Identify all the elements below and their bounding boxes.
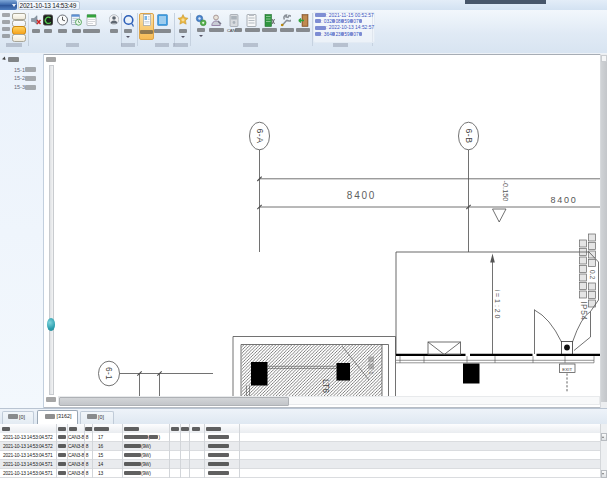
svg-text:6-A: 6-A: [255, 128, 265, 143]
svg-text:EXIT: EXIT: [562, 367, 572, 372]
svg-text:8400: 8400: [347, 190, 376, 201]
svg-text:0.2: 0.2: [589, 270, 596, 280]
svg-text:-0.150: -0.150: [501, 181, 510, 202]
svg-text:LT6: LT6: [321, 379, 331, 393]
svg-text:6-B: 6-B: [464, 128, 474, 143]
svg-text:8400: 8400: [551, 195, 578, 205]
svg-text:6-1: 6-1: [104, 367, 113, 380]
svg-text:i=1:20: i=1:20: [494, 290, 501, 321]
